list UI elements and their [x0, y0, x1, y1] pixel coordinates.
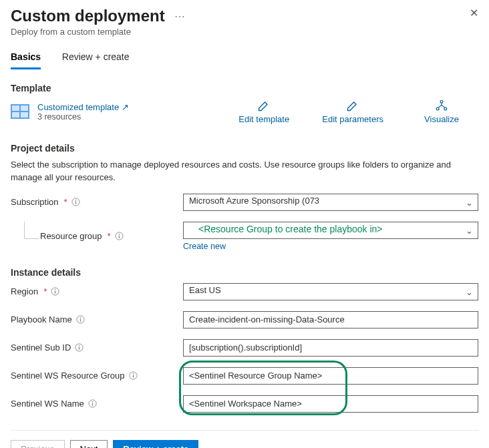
info-icon[interactable] [75, 343, 84, 352]
sentinel-subid-input[interactable] [183, 339, 478, 357]
info-icon[interactable] [76, 315, 85, 324]
sentinel-wsrg-input[interactable] [183, 367, 478, 385]
sentinel-wsname-label: Sentinel WS Name [11, 399, 183, 409]
close-icon[interactable]: ✕ [470, 7, 478, 19]
svg-rect-19 [80, 319, 81, 322]
svg-point-15 [55, 289, 56, 290]
edit-template-button[interactable]: Edit template [234, 99, 294, 124]
info-icon[interactable] [129, 371, 138, 380]
subscription-label: Subscription* [11, 197, 183, 207]
resource-group-select[interactable]: <Resource Group to create the playbook i… [183, 222, 478, 239]
tab-bar: Basics Review + create [11, 47, 478, 69]
region-label: Region* [11, 286, 183, 296]
template-heading: Template [11, 83, 478, 93]
svg-point-18 [79, 317, 81, 318]
info-icon[interactable] [71, 198, 80, 206]
page-title: Custom deployment [11, 7, 165, 25]
info-icon[interactable] [115, 232, 124, 240]
template-icon [11, 104, 29, 119]
svg-rect-3 [12, 112, 19, 118]
svg-rect-4 [21, 112, 28, 118]
svg-rect-1 [12, 105, 19, 111]
info-icon[interactable] [51, 287, 59, 296]
region-select[interactable]: East US ⌄ [183, 283, 478, 300]
customized-template-link[interactable]: Customized template ↗ [37, 102, 129, 112]
svg-rect-25 [132, 375, 133, 378]
project-details-desc: Select the subscription to manage deploy… [11, 159, 478, 184]
project-details-heading: Project details [11, 143, 478, 154]
info-icon[interactable] [88, 399, 97, 408]
tab-basics[interactable]: Basics [11, 47, 41, 69]
svg-point-12 [118, 234, 120, 235]
external-icon: ↗ [122, 102, 129, 112]
edit-parameters-button[interactable]: Edit parameters [322, 99, 383, 124]
review-create-button[interactable]: Review + create [113, 440, 198, 448]
svg-point-9 [75, 200, 76, 201]
template-info: Customized template ↗ 3 resources [37, 102, 129, 122]
playbook-name-label: Playbook Name [11, 314, 183, 324]
previous-button: Previous [11, 440, 65, 448]
subscription-select[interactable]: Microsoft Azure Sponsorship (073 ⌄ [183, 194, 478, 211]
svg-point-5 [440, 100, 443, 103]
svg-rect-10 [75, 202, 75, 204]
template-resource-count: 3 resources [37, 112, 129, 122]
sentinel-wsname-input[interactable] [183, 395, 478, 413]
playbook-name-input[interactable] [183, 311, 478, 328]
svg-point-27 [92, 401, 93, 403]
svg-rect-22 [79, 347, 79, 350]
next-button[interactable]: Next [70, 440, 108, 448]
svg-rect-13 [118, 236, 119, 238]
svg-point-21 [79, 345, 80, 347]
more-icon[interactable]: ⋯ [174, 7, 185, 27]
create-new-link[interactable]: Create new [183, 242, 226, 251]
svg-rect-2 [21, 105, 28, 111]
pencil-icon [257, 99, 271, 112]
instance-details-heading: Instance details [11, 267, 478, 278]
svg-rect-28 [92, 403, 93, 406]
sentinel-subid-label: Sentinel Sub ID [11, 343, 183, 353]
svg-rect-16 [55, 291, 55, 294]
tree-line [24, 222, 39, 239]
visualize-button[interactable]: Visualize [412, 99, 472, 124]
resource-group-label: Resource group* [11, 231, 183, 241]
sentinel-wsrg-label: Sentinel WS Resource Group [11, 371, 183, 381]
svg-point-24 [132, 373, 134, 375]
footer: Previous Next Review + create [11, 430, 478, 448]
page-subtitle: Deploy from a custom template [11, 27, 478, 37]
hierarchy-icon [435, 99, 448, 112]
tab-review[interactable]: Review + create [62, 47, 130, 67]
pencil-icon [346, 99, 359, 112]
